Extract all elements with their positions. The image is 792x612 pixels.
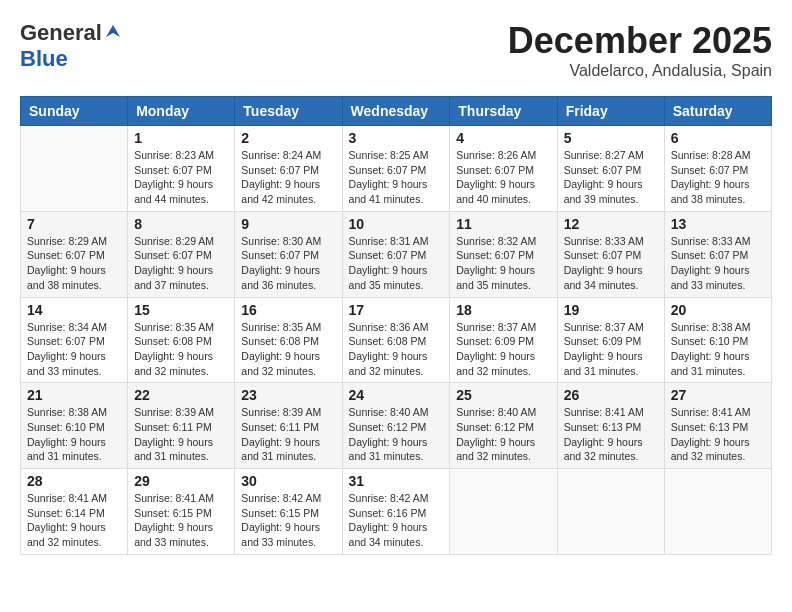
calendar-cell: 15Sunrise: 8:35 AMSunset: 6:08 PMDayligh…	[128, 297, 235, 383]
day-info: Sunrise: 8:41 AMSunset: 6:13 PMDaylight:…	[671, 405, 765, 464]
day-info: Sunrise: 8:41 AMSunset: 6:13 PMDaylight:…	[564, 405, 658, 464]
calendar-cell: 12Sunrise: 8:33 AMSunset: 6:07 PMDayligh…	[557, 211, 664, 297]
day-info: Sunrise: 8:39 AMSunset: 6:11 PMDaylight:…	[241, 405, 335, 464]
calendar-cell	[21, 126, 128, 212]
day-number: 18	[456, 302, 550, 318]
day-info: Sunrise: 8:30 AMSunset: 6:07 PMDaylight:…	[241, 234, 335, 293]
calendar-cell: 4Sunrise: 8:26 AMSunset: 6:07 PMDaylight…	[450, 126, 557, 212]
day-info: Sunrise: 8:40 AMSunset: 6:12 PMDaylight:…	[456, 405, 550, 464]
day-info: Sunrise: 8:28 AMSunset: 6:07 PMDaylight:…	[671, 148, 765, 207]
day-info: Sunrise: 8:29 AMSunset: 6:07 PMDaylight:…	[27, 234, 121, 293]
day-number: 27	[671, 387, 765, 403]
calendar-cell: 10Sunrise: 8:31 AMSunset: 6:07 PMDayligh…	[342, 211, 450, 297]
day-info: Sunrise: 8:29 AMSunset: 6:07 PMDaylight:…	[134, 234, 228, 293]
day-number: 9	[241, 216, 335, 232]
day-number: 16	[241, 302, 335, 318]
calendar-cell: 28Sunrise: 8:41 AMSunset: 6:14 PMDayligh…	[21, 469, 128, 555]
day-info: Sunrise: 8:36 AMSunset: 6:08 PMDaylight:…	[349, 320, 444, 379]
calendar-cell	[557, 469, 664, 555]
day-number: 12	[564, 216, 658, 232]
page-header: General Blue December 2025 Valdelarco, A…	[20, 20, 772, 80]
day-info: Sunrise: 8:35 AMSunset: 6:08 PMDaylight:…	[134, 320, 228, 379]
day-number: 30	[241, 473, 335, 489]
day-info: Sunrise: 8:27 AMSunset: 6:07 PMDaylight:…	[564, 148, 658, 207]
calendar-cell: 30Sunrise: 8:42 AMSunset: 6:15 PMDayligh…	[235, 469, 342, 555]
calendar-cell: 17Sunrise: 8:36 AMSunset: 6:08 PMDayligh…	[342, 297, 450, 383]
day-info: Sunrise: 8:40 AMSunset: 6:12 PMDaylight:…	[349, 405, 444, 464]
day-info: Sunrise: 8:26 AMSunset: 6:07 PMDaylight:…	[456, 148, 550, 207]
calendar-cell: 19Sunrise: 8:37 AMSunset: 6:09 PMDayligh…	[557, 297, 664, 383]
day-number: 11	[456, 216, 550, 232]
day-number: 28	[27, 473, 121, 489]
calendar-cell: 16Sunrise: 8:35 AMSunset: 6:08 PMDayligh…	[235, 297, 342, 383]
calendar-cell: 21Sunrise: 8:38 AMSunset: 6:10 PMDayligh…	[21, 383, 128, 469]
title-area: December 2025 Valdelarco, Andalusia, Spa…	[508, 20, 772, 80]
calendar-cell: 2Sunrise: 8:24 AMSunset: 6:07 PMDaylight…	[235, 126, 342, 212]
calendar-cell: 8Sunrise: 8:29 AMSunset: 6:07 PMDaylight…	[128, 211, 235, 297]
day-number: 7	[27, 216, 121, 232]
day-number: 2	[241, 130, 335, 146]
day-number: 19	[564, 302, 658, 318]
calendar-cell	[450, 469, 557, 555]
day-number: 3	[349, 130, 444, 146]
day-info: Sunrise: 8:23 AMSunset: 6:07 PMDaylight:…	[134, 148, 228, 207]
day-info: Sunrise: 8:34 AMSunset: 6:07 PMDaylight:…	[27, 320, 121, 379]
day-number: 25	[456, 387, 550, 403]
day-number: 14	[27, 302, 121, 318]
calendar-cell: 3Sunrise: 8:25 AMSunset: 6:07 PMDaylight…	[342, 126, 450, 212]
header-sunday: Sunday	[21, 97, 128, 126]
calendar-week-row: 21Sunrise: 8:38 AMSunset: 6:10 PMDayligh…	[21, 383, 772, 469]
calendar-cell: 31Sunrise: 8:42 AMSunset: 6:16 PMDayligh…	[342, 469, 450, 555]
day-info: Sunrise: 8:42 AMSunset: 6:15 PMDaylight:…	[241, 491, 335, 550]
calendar-cell: 13Sunrise: 8:33 AMSunset: 6:07 PMDayligh…	[664, 211, 771, 297]
day-info: Sunrise: 8:41 AMSunset: 6:15 PMDaylight:…	[134, 491, 228, 550]
day-number: 22	[134, 387, 228, 403]
location-title: Valdelarco, Andalusia, Spain	[508, 62, 772, 80]
day-number: 21	[27, 387, 121, 403]
day-number: 10	[349, 216, 444, 232]
calendar-cell: 25Sunrise: 8:40 AMSunset: 6:12 PMDayligh…	[450, 383, 557, 469]
calendar-cell: 7Sunrise: 8:29 AMSunset: 6:07 PMDaylight…	[21, 211, 128, 297]
day-info: Sunrise: 8:31 AMSunset: 6:07 PMDaylight:…	[349, 234, 444, 293]
day-info: Sunrise: 8:37 AMSunset: 6:09 PMDaylight:…	[564, 320, 658, 379]
calendar-week-row: 14Sunrise: 8:34 AMSunset: 6:07 PMDayligh…	[21, 297, 772, 383]
day-info: Sunrise: 8:37 AMSunset: 6:09 PMDaylight:…	[456, 320, 550, 379]
calendar-table: SundayMondayTuesdayWednesdayThursdayFrid…	[20, 96, 772, 555]
day-number: 15	[134, 302, 228, 318]
calendar-cell: 23Sunrise: 8:39 AMSunset: 6:11 PMDayligh…	[235, 383, 342, 469]
day-info: Sunrise: 8:33 AMSunset: 6:07 PMDaylight:…	[671, 234, 765, 293]
day-number: 13	[671, 216, 765, 232]
day-number: 17	[349, 302, 444, 318]
day-number: 24	[349, 387, 444, 403]
calendar-cell: 20Sunrise: 8:38 AMSunset: 6:10 PMDayligh…	[664, 297, 771, 383]
header-wednesday: Wednesday	[342, 97, 450, 126]
day-info: Sunrise: 8:25 AMSunset: 6:07 PMDaylight:…	[349, 148, 444, 207]
month-title: December 2025	[508, 20, 772, 62]
svg-marker-0	[106, 25, 120, 37]
day-info: Sunrise: 8:24 AMSunset: 6:07 PMDaylight:…	[241, 148, 335, 207]
calendar-cell: 5Sunrise: 8:27 AMSunset: 6:07 PMDaylight…	[557, 126, 664, 212]
calendar-cell	[664, 469, 771, 555]
calendar-cell: 29Sunrise: 8:41 AMSunset: 6:15 PMDayligh…	[128, 469, 235, 555]
calendar-header-row: SundayMondayTuesdayWednesdayThursdayFrid…	[21, 97, 772, 126]
calendar-cell: 26Sunrise: 8:41 AMSunset: 6:13 PMDayligh…	[557, 383, 664, 469]
logo-general: General	[20, 20, 122, 46]
header-friday: Friday	[557, 97, 664, 126]
day-info: Sunrise: 8:35 AMSunset: 6:08 PMDaylight:…	[241, 320, 335, 379]
calendar-cell: 24Sunrise: 8:40 AMSunset: 6:12 PMDayligh…	[342, 383, 450, 469]
day-number: 4	[456, 130, 550, 146]
day-info: Sunrise: 8:33 AMSunset: 6:07 PMDaylight:…	[564, 234, 658, 293]
logo-bird-icon	[104, 23, 122, 41]
header-monday: Monday	[128, 97, 235, 126]
day-number: 23	[241, 387, 335, 403]
calendar-cell: 6Sunrise: 8:28 AMSunset: 6:07 PMDaylight…	[664, 126, 771, 212]
day-info: Sunrise: 8:41 AMSunset: 6:14 PMDaylight:…	[27, 491, 121, 550]
calendar-cell: 14Sunrise: 8:34 AMSunset: 6:07 PMDayligh…	[21, 297, 128, 383]
day-number: 1	[134, 130, 228, 146]
calendar-week-row: 1Sunrise: 8:23 AMSunset: 6:07 PMDaylight…	[21, 126, 772, 212]
calendar-week-row: 7Sunrise: 8:29 AMSunset: 6:07 PMDaylight…	[21, 211, 772, 297]
header-saturday: Saturday	[664, 97, 771, 126]
day-number: 6	[671, 130, 765, 146]
calendar-cell: 9Sunrise: 8:30 AMSunset: 6:07 PMDaylight…	[235, 211, 342, 297]
header-thursday: Thursday	[450, 97, 557, 126]
